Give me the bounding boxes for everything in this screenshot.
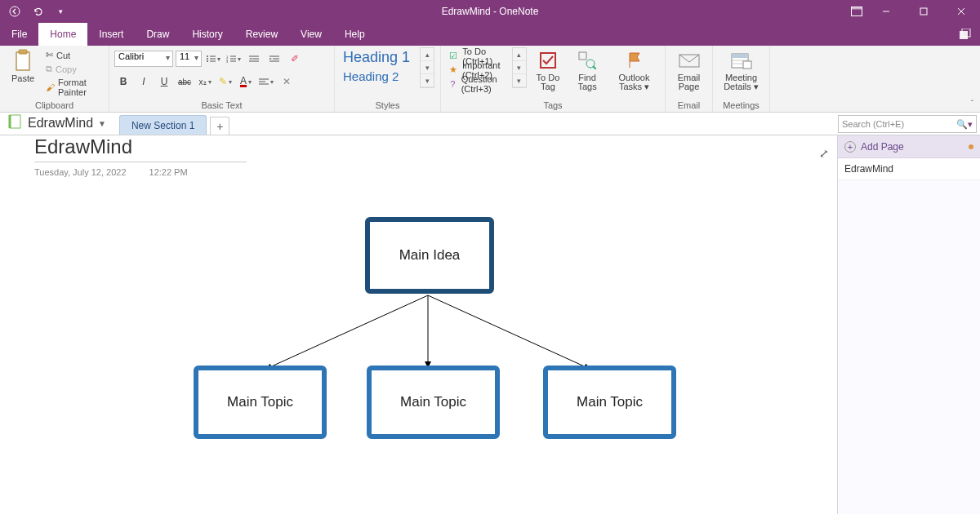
underline-button[interactable]: U [155,73,173,90]
close-button[interactable] [942,0,980,23]
quick-access-customize[interactable]: ▾ [52,3,69,20]
strikethrough-button[interactable]: abc [176,73,194,90]
tab-view[interactable]: View [289,23,333,46]
subscript-button[interactable]: x₂ [196,73,214,90]
font-name-select[interactable]: Calibri [114,51,173,67]
tab-home[interactable]: Home [38,23,87,46]
page-list-pane: + Add Page EdrawMind [837,135,980,514]
search-input[interactable]: Search (Ctrl+E) 🔍▾ [838,115,977,133]
page-list-item[interactable]: EdrawMind [838,158,980,180]
reopen-pages-icon[interactable] [951,23,980,46]
tab-file[interactable]: File [0,23,38,46]
back-button[interactable] [7,3,23,20]
tags-scroll-down[interactable]: ▾ [513,61,526,74]
tab-review[interactable]: Review [234,23,289,46]
font-size-select[interactable]: 11 [176,51,202,67]
align-button[interactable] [257,73,275,90]
find-tags-label: Find Tags [574,73,600,91]
account-area[interactable] [730,3,844,20]
undo-button[interactable] [29,3,46,20]
tags-group-label: Tags [446,100,660,112]
format-painter-button[interactable]: 🖌 Format Painter [44,77,104,98]
outlook-tasks-label: Outlook Tasks [619,73,650,91]
styles-more[interactable]: ▾ [421,74,434,87]
tags-scroll-up[interactable]: ▴ [513,48,526,61]
svg-line-47 [428,295,590,369]
notebook-selector[interactable]: EdrawMind ▼ [0,112,114,135]
notebook-icon [8,114,23,132]
page-date: Tuesday, July 12, 2022 [34,167,127,177]
add-section-button[interactable]: + [210,117,229,135]
add-page-label: Add Page [861,141,904,153]
tab-draw[interactable]: Draw [135,23,180,46]
email-page-label: Email Page [675,73,702,91]
numbering-button[interactable]: 123 [225,51,243,67]
paintbrush-icon: 🖌 [46,82,55,92]
outlook-tasks-button[interactable]: Outlook Tasks ▾ [608,47,660,93]
svg-rect-39 [732,54,748,58]
ribbon-tabs: File Home Insert Draw History Review Vie… [0,23,980,46]
copy-button[interactable]: ⧉ Copy [44,63,104,75]
meeting-details-button[interactable]: Meeting Details ▾ [718,47,764,93]
page-title[interactable]: EdrawMind [34,135,247,158]
group-basic-text: Calibri 11 123 ✐ B I U abc x₂ ✎ A ✕ Basi… [109,46,335,112]
minimize-button[interactable] [867,0,905,23]
bullets-button[interactable] [204,51,222,67]
styles-scroll-down[interactable]: ▾ [421,61,434,74]
tag-question[interactable]: ? Question (Ctrl+3) [446,77,507,91]
tab-history[interactable]: History [180,23,234,46]
tags-more[interactable]: ▾ [513,74,526,87]
find-tags-button[interactable]: Find Tags [569,47,605,93]
fullscreen-icon[interactable]: ⤢ [819,147,829,160]
tab-help[interactable]: Help [333,23,376,46]
search-icon: 🔍▾ [956,119,973,130]
search-placeholder: Search (Ctrl+E) [842,119,956,129]
font-color-button[interactable]: A [237,73,255,90]
group-styles: Heading 1 Heading 2 ▴ ▾ ▾ Styles [335,46,441,112]
section-tab[interactable]: New Section 1 [119,115,207,135]
node-topic-2[interactable]: Main Topic [367,366,500,439]
page-canvas[interactable]: EdrawMind Tuesday, July 12, 2022 12:22 P… [0,135,837,514]
italic-button[interactable]: I [135,73,153,90]
node-main-idea[interactable]: Main Idea [365,217,494,294]
paste-button[interactable]: Paste [5,47,41,85]
bold-button[interactable]: B [114,73,132,90]
node-topic-1[interactable]: Main Topic [194,366,327,439]
styles-scroll-up[interactable]: ▴ [421,48,434,61]
add-page-button[interactable]: + Add Page [838,135,980,158]
style-heading-2[interactable]: Heading 2 [343,69,410,83]
paste-icon [11,49,34,72]
collapse-ribbon-button[interactable]: ˇ [971,100,973,109]
copy-icon: ⧉ [46,64,52,74]
maximize-button[interactable] [905,0,942,23]
tags-scroll[interactable]: ▴ ▾ ▾ [512,47,527,88]
email-group-label: Email [670,100,707,112]
todo-tag-icon [537,49,559,72]
node-topic-1-label: Main Topic [227,394,293,410]
svg-line-45 [266,295,428,369]
main-area: EdrawMind Tuesday, July 12, 2022 12:22 P… [0,135,980,514]
cut-button[interactable]: ✄ Cut [44,49,104,61]
group-meetings: Meeting Details ▾ Meetings [713,46,770,112]
todo-tag-button[interactable]: To Do Tag [530,47,566,93]
paste-label: Paste [11,73,34,83]
group-clipboard: Paste ✄ Cut ⧉ Copy 🖌 Format Painter Clip… [0,46,109,112]
svg-rect-43 [10,115,20,128]
ribbon-display-options-icon[interactable] [848,2,866,20]
question-icon: ? [449,79,457,89]
group-tags: ☑ To Do (Ctrl+1) ★ Important (Ctrl+2) ? … [441,46,666,112]
increase-indent-button[interactable] [265,51,283,67]
star-icon: ★ [449,64,457,75]
delete-button[interactable]: ✕ [278,73,296,90]
node-topic-3[interactable]: Main Topic [543,366,676,439]
decrease-indent-button[interactable] [245,51,263,67]
highlight-button[interactable]: ✎ [216,73,234,90]
svg-rect-33 [541,53,555,68]
tab-insert[interactable]: Insert [87,23,135,46]
email-page-button[interactable]: Email Page [670,47,707,93]
styles-scroll[interactable]: ▴ ▾ ▾ [420,47,434,88]
scissors-icon: ✄ [46,50,53,60]
clear-formatting-button[interactable]: ✐ [286,51,304,67]
titlebar: ▾ EdrawMind - OneNote [0,0,980,23]
style-heading-1[interactable]: Heading 1 [343,49,410,66]
